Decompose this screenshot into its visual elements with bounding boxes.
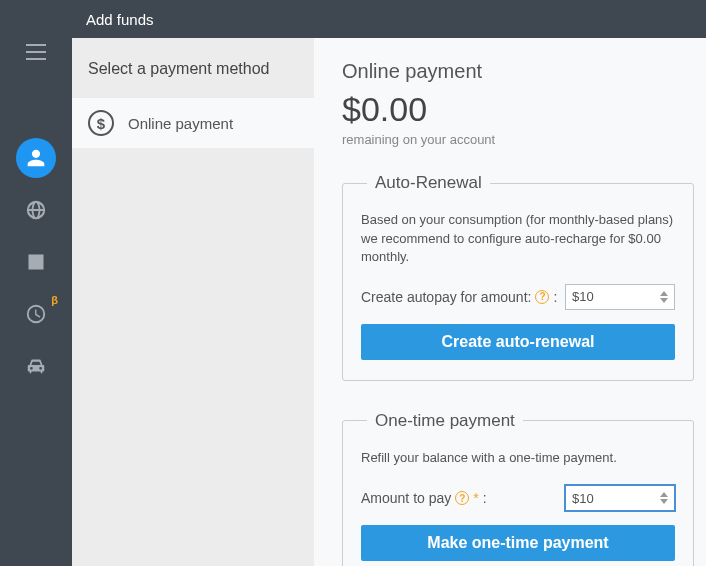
payment-panel: Online payment $0.00 remaining on your a… (314, 38, 706, 566)
create-auto-renewal-button[interactable]: Create auto-renewal (361, 324, 675, 360)
panel-title: Online payment (342, 60, 694, 83)
auto-renewal-title: Auto-Renewal (367, 173, 490, 193)
sidebar-item-label: Online payment (128, 115, 233, 132)
left-rail: β (0, 0, 72, 566)
stepper-icon[interactable] (660, 284, 672, 310)
sidebar-item-online-payment[interactable]: $ Online payment (72, 98, 314, 148)
stepper-icon[interactable] (660, 485, 672, 511)
dollar-icon: $ (88, 110, 114, 136)
car-icon (25, 355, 47, 377)
web-nav[interactable] (0, 186, 72, 234)
balance-subtext: remaining on your account (342, 132, 694, 147)
autopay-amount-input[interactable] (565, 284, 675, 310)
hamburger-icon (26, 44, 46, 60)
one-time-amount-label: Amount to pay ?*: (361, 490, 487, 506)
clock-icon (25, 303, 47, 325)
page-title: Add funds (86, 11, 154, 28)
one-time-title: One-time payment (367, 411, 523, 431)
one-time-desc: Refill your balance with a one-time paym… (361, 449, 675, 467)
page-header: Add funds (72, 0, 706, 38)
auto-renewal-desc: Based on your consumption (for monthly-b… (361, 211, 675, 266)
required-asterisk: * (473, 490, 478, 506)
payment-method-sidebar: Select a payment method $ Online payment (72, 38, 314, 566)
bar-chart-icon (26, 252, 46, 272)
autopay-amount-label: Create autopay for amount: ?: (361, 289, 557, 305)
sidebar-title: Select a payment method (72, 38, 314, 98)
help-icon[interactable]: ? (455, 491, 469, 505)
globe-icon (25, 199, 47, 221)
account-nav[interactable] (0, 134, 72, 182)
make-one-time-payment-button[interactable]: Make one-time payment (361, 525, 675, 561)
auto-renewal-section: Auto-Renewal Based on your consumption (… (342, 173, 694, 381)
help-icon[interactable]: ? (535, 290, 549, 304)
reports-nav[interactable] (0, 238, 72, 286)
user-icon (16, 138, 56, 178)
vehicles-nav[interactable] (0, 342, 72, 390)
history-nav[interactable]: β (0, 290, 72, 338)
beta-badge: β (51, 294, 58, 306)
one-time-amount-input[interactable] (565, 485, 675, 511)
balance-amount: $0.00 (342, 91, 694, 128)
one-time-payment-section: One-time payment Refill your balance wit… (342, 411, 694, 566)
menu-button[interactable] (0, 28, 72, 76)
